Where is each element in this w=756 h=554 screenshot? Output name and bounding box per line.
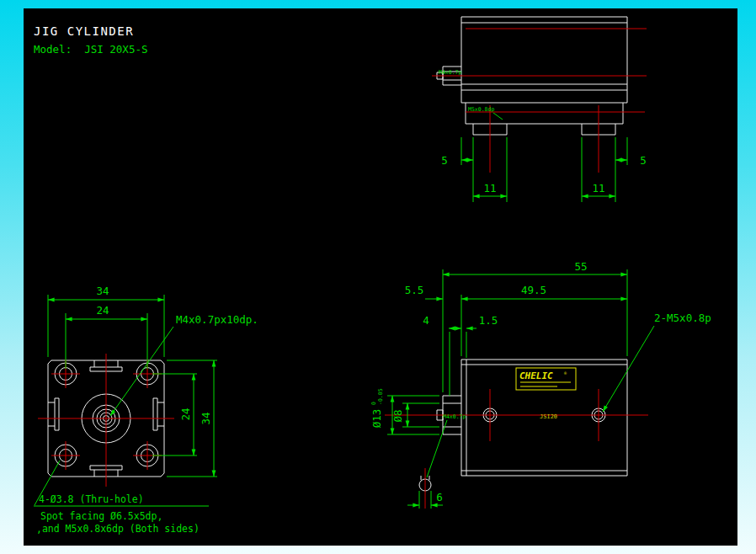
dim-text-width-outer: 34 [96, 285, 109, 297]
dim-text-port: 6 [436, 491, 443, 503]
dim-text-foot-right: 11 [592, 182, 604, 194]
dim-text-boss-length: 5.5 [405, 284, 424, 296]
dim-text-body-length: 49.5 [521, 284, 546, 296]
dim-text-height-outer-group: 34 [200, 412, 212, 424]
model-code-label: JSI20 [540, 413, 557, 420]
dim-text-rod-ext: 4 [423, 314, 429, 327]
dim-text-height-holes: 24 [179, 408, 192, 420]
dim-text-offset-left: 5 [441, 154, 448, 167]
dim-text-height-outer: 34 [200, 412, 212, 424]
flange-thread-label: M5x0.8dp [468, 106, 494, 113]
note-spot-facing: Spot facing Ø6.5x5dp, [40, 510, 162, 522]
dim-text-width-holes: 24 [96, 304, 109, 317]
model-label: Model: JSI 20X5-S [34, 43, 147, 56]
note-thru-hole: 4-Ø3.8 (Thru-hole) [39, 493, 144, 505]
dim-text-boss-dia: Ø13 [370, 409, 383, 429]
cad-viewport: JIG CYLINDER Model: JSI 20X5-S 5 5 11 11… [0, 0, 756, 554]
drawing-canvas: JIG CYLINDER Model: JSI 20X5-S 5 5 11 11… [0, 0, 756, 554]
rod-thread-label: M4x0.7p [439, 69, 461, 76]
dim-text-slot-offset: 1.5 [479, 314, 498, 327]
dim-text-rod-dia-group: Ø8 [391, 409, 404, 422]
dim-text-height-holes-group: 24 [179, 408, 192, 420]
dim-text-overall: 55 [574, 260, 587, 273]
center-thread-label: M4x0.7px10dp. [176, 313, 258, 326]
note-side-thread: ,and M5x0.8x6dp (Both sides) [36, 523, 200, 535]
side-rod-thread-label: M4x0.7p [443, 413, 466, 420]
drawing-title: JIG CYLINDER [34, 24, 134, 38]
dim-text-offset-right: 5 [640, 154, 647, 167]
dim-text-rod-dia: Ø8 [391, 409, 404, 422]
dim-text-foot-left: 11 [483, 182, 496, 194]
tolerance-lower: -0.05 [377, 388, 384, 405]
tolerance-upper: 0 [370, 402, 377, 405]
brand-logo: CHELIC [519, 370, 553, 381]
port-thread-label: 2-M5x0.8p [654, 312, 711, 324]
drawing-background [24, 8, 737, 546]
